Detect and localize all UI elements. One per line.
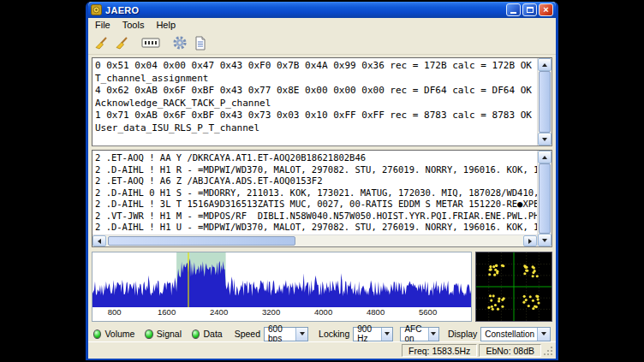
clear-acars-log-button[interactable] [112,33,131,52]
arrow-up-icon [542,156,547,159]
spectrum-trace [92,258,471,307]
close-button[interactable]: × [539,3,553,16]
window-title: JAERO [105,5,139,15]
logging-button[interactable] [191,33,210,52]
brush-icon [115,36,129,50]
dropdown-button[interactable] [381,328,392,341]
hex-log-vertical-scrollbar[interactable] [537,58,552,145]
displays-row: 800 1600 2400 3200 4000 4800 5600 [92,252,552,322]
maximize-button[interactable] [522,3,537,16]
afc-value: AFC on [404,324,427,343]
controls-bar: Volume Signal Data Speed 600 bps Locking… [92,326,552,341]
speed-select[interactable]: 600 bps [264,327,308,341]
clear-hex-log-button[interactable] [92,33,110,52]
scrollbar-thumb[interactable] [108,236,295,246]
acars-log-horizontal-scrollbar[interactable] [92,234,537,246]
speed-value: 600 bps [268,324,295,343]
scrollbar-thumb[interactable] [539,71,551,133]
axis-tick-label: 1600 [158,307,176,317]
dropdown-button[interactable] [537,328,550,341]
statusbar-spacer [92,344,400,357]
locking-label: Locking [319,329,349,339]
acars-log-line: 2 .ET-AOQ ! AA Y /DKRCAYA.AT1.ET-AOQ20B1… [95,152,536,164]
minimize-button[interactable] [506,3,521,16]
acars-log-line: 2 .D-AIHL 0 H1 S - =MDORRY, 211013. KOK,… [95,187,536,199]
chevron-down-icon [541,332,546,335]
ebno-status: EbNo: 08dB [479,344,541,357]
brush-icon [94,36,109,50]
acars-log-line: 2 .D-AIHL ! 3L T 1516A9D316513ZATIS MUC,… [95,199,536,211]
spectrum-plot [92,252,471,307]
scrollbar-thumb[interactable] [539,163,551,234]
scroll-right-button[interactable] [523,235,537,246]
statusbar: Freq: 1583.5Hz EbNo: 08dB [88,341,556,359]
dropdown-button[interactable] [295,328,307,341]
maximize-icon [527,7,534,13]
main-content: 0 0x51 0x04 0x00 0x47 0x43 0xF0 0x7B 0x4… [88,55,556,341]
display-select[interactable]: Constellation [480,327,551,341]
acars-log-line: 2 .VT-JWR ! H1 M - =MDPOS/RF DIBLI.N58W0… [95,211,536,223]
counter-icon [141,36,160,50]
gear-icon [172,35,188,50]
burst-counter-button[interactable] [140,33,162,52]
locking-select[interactable]: 900 Hz [353,327,393,341]
axis-tick-label: 5600 [419,307,437,317]
acars-log-panel[interactable]: 2 .ET-AOQ ! AA Y /DKRCAYA.AT1.ET-AOQ20B1… [92,150,552,247]
titlebar: JAERO × [88,2,556,18]
frequency-axis: 800 1600 2400 3200 4000 4800 5600 [92,307,471,319]
dropdown-button[interactable] [428,328,438,341]
acars-log-line: 2 .D-AIHL ! H1 U - =MDPWI/WD370, MALOT, … [95,222,536,234]
display-label: Display [448,329,477,339]
signal-led-label: Signal [157,329,182,339]
acars-log-text: 2 .ET-AOQ ! AA Y /DKRCAYA.AT1.ET-AOQ20B1… [92,151,537,234]
axis-tick-label: 4800 [367,307,385,317]
axis-tick-label: 3200 [262,307,280,317]
scroll-up-button[interactable] [538,58,552,71]
menubar: File Tools Help [88,18,556,32]
menu-item-help[interactable]: Help [150,19,182,31]
app-window: JAERO × File Tools Help [86,2,558,360]
acars-log-vertical-scrollbar[interactable] [537,151,552,246]
speed-label: Speed [235,329,260,339]
menu-item-tools[interactable]: Tools [116,19,151,31]
hex-log-line: 1 0x71 0xAB 0x6F 0xBF 0x43 0x73 0x03 0x1… [95,110,536,122]
scroll-down-button[interactable] [538,234,552,246]
document-icon [194,36,207,50]
hex-log-line: T_channel_assignment [95,73,536,86]
constellation-display [475,252,552,322]
hex-log-line: 0 0x51 0x04 0x00 0x47 0x43 0xF0 0x7B 0x4… [95,60,536,73]
scroll-left-button[interactable] [92,235,106,246]
axis-tick-label: 2400 [210,307,228,317]
volume-led-label: Volume [104,329,134,339]
scrollbar-track[interactable] [538,163,552,234]
hex-log-line: Acknowledge_RACK_TACK_P_channel [95,98,536,110]
hex-log-line: 4 0x62 0xAB 0x6F 0xBF 0x43 0x77 0x8E 0x0… [95,85,536,98]
data-led [192,329,200,339]
data-led-label: Data [203,329,222,339]
scrollbar-track[interactable] [106,235,523,246]
menu-item-file[interactable]: File [89,19,116,31]
resize-grip[interactable] [543,346,554,357]
afc-select[interactable]: AFC on [400,327,438,341]
frequency-status: Freq: 1583.5Hz [402,344,477,357]
settings-button[interactable] [170,33,189,52]
arrow-up-icon [542,63,547,67]
toolbar [88,32,556,55]
minimize-icon [510,12,516,14]
arrow-down-icon [542,239,547,242]
scroll-down-button[interactable] [538,133,552,145]
arrow-down-icon [542,138,547,141]
chevron-down-icon [385,332,390,335]
chevron-down-icon [300,332,305,335]
scrollbar-track[interactable] [538,71,552,133]
hex-log-panel[interactable]: 0 0x51 0x04 0x00 0x47 0x43 0xF0 0x7B 0x4… [92,57,552,146]
arrow-left-icon [98,239,101,244]
volume-led [93,329,101,339]
hex-log-line: User_data_ISU_RLS_P_T_channel [95,122,536,135]
axis-tick-label: 4000 [314,307,332,317]
scroll-up-button[interactable] [538,151,552,163]
display-value: Constellation [485,329,534,339]
spectrum-display[interactable]: 800 1600 2400 3200 4000 4800 5600 [92,252,472,322]
acars-log-line: 2 .ET-AOQ ! A6 Z /ABJCAYA.ADS.ET-AOQ0153… [95,175,536,187]
axis-tick-label: 800 [108,307,122,317]
